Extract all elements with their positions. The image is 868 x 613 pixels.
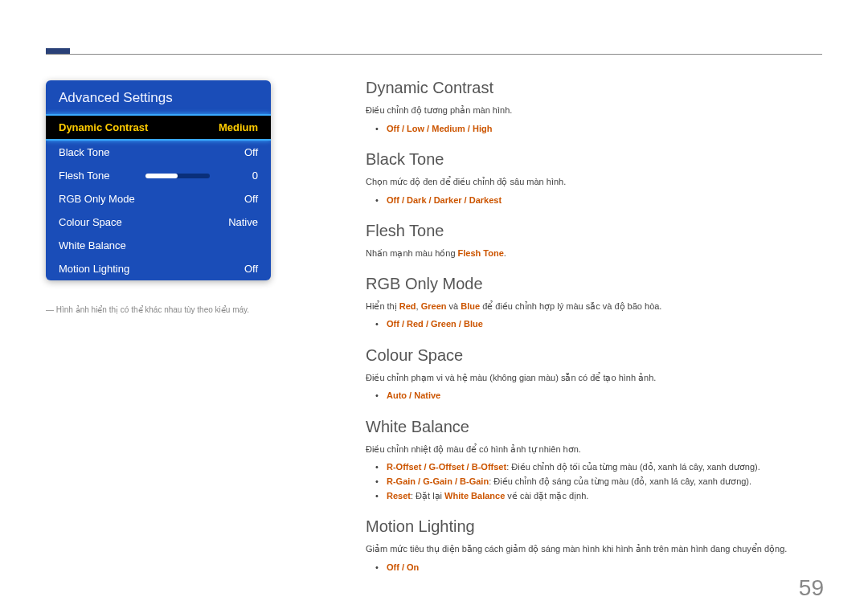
osd-panel-title: Advanced Settings bbox=[46, 80, 271, 114]
header-accent-bar bbox=[46, 48, 70, 54]
osd-label: Black Tone bbox=[59, 146, 218, 158]
section-flesh-tone: Flesh Tone Nhấn mạnh màu hồng Flesh Tone… bbox=[366, 222, 822, 260]
osd-slider-fill bbox=[145, 174, 178, 178]
section-title: Motion Lighting bbox=[366, 517, 822, 536]
documentation-content: Dynamic Contrast Điều chỉnh độ tương phả… bbox=[366, 79, 822, 589]
options-list: Auto / Native bbox=[366, 389, 822, 403]
section-rgb-only-mode: RGB Only Mode Hiển thị Red, Green và Blu… bbox=[366, 275, 822, 332]
option-line: Off / Dark / Darker / Darkest bbox=[379, 194, 822, 208]
osd-value: Off bbox=[218, 193, 258, 205]
osd-value: Medium bbox=[218, 121, 258, 133]
osd-label: Motion Lighting bbox=[59, 263, 218, 275]
page-number: 59 bbox=[799, 575, 824, 601]
osd-label: Dynamic Contrast bbox=[59, 121, 218, 133]
osd-item-flesh-tone[interactable]: Flesh Tone 0 bbox=[46, 164, 271, 187]
section-description: Nhấn mạnh màu hồng Flesh Tone. bbox=[366, 247, 822, 260]
section-description: Điều chỉnh phạm vi và hệ màu (không gian… bbox=[366, 371, 822, 385]
options-list: Off / Low / Medium / High bbox=[366, 122, 822, 137]
osd-label: RGB Only Mode bbox=[59, 193, 218, 205]
section-description: Chọn mức độ đen để điều chỉnh độ sâu màn… bbox=[366, 175, 822, 189]
osd-label: Colour Space bbox=[59, 216, 218, 228]
section-white-balance: White Balance Điều chỉnh nhiệt độ màu để… bbox=[366, 418, 822, 503]
section-dynamic-contrast: Dynamic Contrast Điều chỉnh độ tương phả… bbox=[366, 79, 822, 136]
option-line: R-Gain / G-Gain / B-Gain: Điều chỉnh độ … bbox=[379, 475, 822, 489]
osd-slider[interactable] bbox=[145, 174, 210, 178]
osd-item-dynamic-contrast[interactable]: Dynamic Contrast Medium bbox=[46, 114, 271, 141]
options-list: Off / Dark / Darker / Darkest bbox=[366, 194, 822, 208]
section-description: Giảm mức tiêu thụ điện bằng cách giảm độ… bbox=[366, 542, 822, 556]
section-description: Điều chỉnh nhiệt độ màu để có hình ảnh t… bbox=[366, 443, 822, 456]
options-list: R-Offset / G-Offset / B-Offset: Điều chỉ… bbox=[366, 460, 822, 503]
osd-advanced-settings-panel: Advanced Settings Dynamic Contrast Mediu… bbox=[46, 80, 271, 280]
section-title: Dynamic Contrast bbox=[366, 79, 822, 97]
section-title: RGB Only Mode bbox=[366, 275, 822, 293]
osd-disclaimer-note: ― Hình ảnh hiển thị có thể khác nhau tùy… bbox=[46, 305, 287, 314]
osd-item-rgb-only[interactable]: RGB Only Mode Off bbox=[46, 187, 271, 210]
osd-item-black-tone[interactable]: Black Tone Off bbox=[46, 141, 271, 164]
section-colour-space: Colour Space Điều chỉnh phạm vi và hệ mà… bbox=[366, 346, 822, 403]
osd-label: Flesh Tone bbox=[59, 170, 137, 182]
option-line: Off / On bbox=[379, 561, 822, 575]
section-title: White Balance bbox=[366, 418, 822, 436]
option-line: Auto / Native bbox=[379, 389, 822, 403]
osd-item-colour-space[interactable]: Colour Space Native bbox=[46, 210, 271, 234]
option-line: R-Offset / G-Offset / B-Offset: Điều chỉ… bbox=[379, 460, 822, 475]
option-line: Reset: Đặt lại White Balance về cài đặt … bbox=[379, 489, 822, 504]
section-title: Flesh Tone bbox=[366, 222, 822, 240]
osd-item-motion-lighting[interactable]: Motion Lighting Off bbox=[46, 257, 271, 280]
osd-value: 0 bbox=[218, 170, 258, 182]
header-separator bbox=[46, 54, 822, 55]
osd-value: Native bbox=[218, 216, 258, 228]
osd-value: Off bbox=[218, 263, 258, 275]
section-motion-lighting: Motion Lighting Giảm mức tiêu thụ điện b… bbox=[366, 517, 822, 574]
osd-item-white-balance[interactable]: White Balance bbox=[46, 234, 271, 257]
options-list: Off / Red / Green / Blue bbox=[366, 317, 822, 332]
section-title: Colour Space bbox=[366, 346, 822, 365]
options-list: Off / On bbox=[366, 561, 822, 575]
section-black-tone: Black Tone Chọn mức độ đen để điều chỉnh… bbox=[366, 150, 822, 207]
section-title: Black Tone bbox=[366, 150, 822, 169]
option-line: Off / Low / Medium / High bbox=[379, 122, 822, 137]
section-description: Hiển thị Red, Green và Blue để điều chỉn… bbox=[366, 300, 822, 313]
osd-label: White Balance bbox=[59, 239, 218, 251]
osd-value: Off bbox=[218, 146, 258, 158]
section-description: Điều chỉnh độ tương phản màn hình. bbox=[366, 104, 822, 117]
option-line: Off / Red / Green / Blue bbox=[379, 317, 822, 332]
